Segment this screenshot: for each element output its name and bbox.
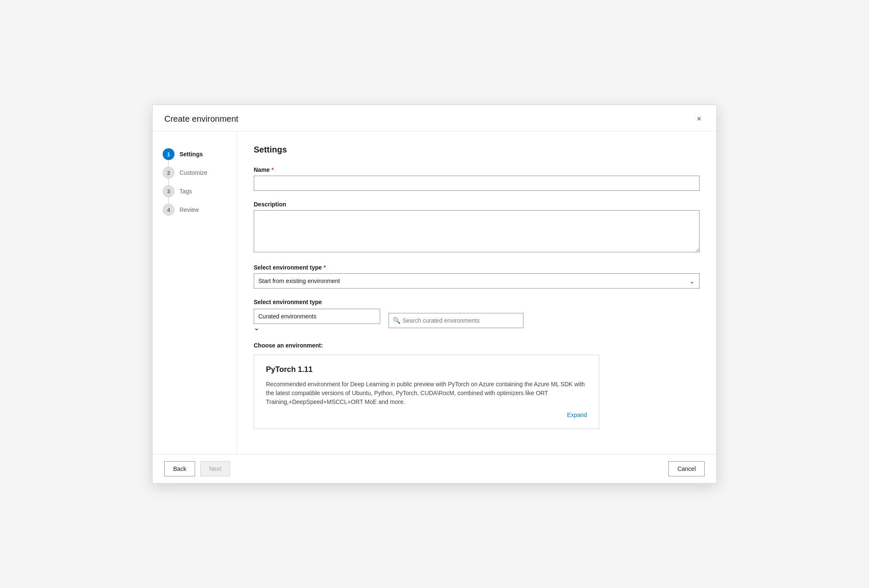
name-field-group: Name * — [254, 166, 700, 191]
create-environment-dialog: Create environment × 1 Settings 2 Custom… — [152, 104, 717, 484]
steps-panel: 1 Settings 2 Customize 3 Tags 4 — [153, 131, 237, 454]
curated-env-select[interactable]: Curated environments — [254, 309, 380, 324]
second-select-row: Curated environments ⌄ 🔍 — [254, 309, 700, 332]
name-label: Name * — [254, 166, 700, 173]
description-input[interactable] — [254, 210, 700, 252]
search-input[interactable] — [389, 313, 523, 328]
expand-link[interactable]: Expand — [266, 412, 587, 418]
name-required-star: * — [271, 166, 274, 173]
env-card-description: Recommended environment for Deep Learnin… — [266, 380, 587, 406]
curated-env-select-wrapper: Curated environments ⌄ — [254, 309, 380, 332]
description-label: Description — [254, 201, 700, 208]
choose-env-label: Choose an environment: — [254, 342, 700, 349]
second-env-type-section: Select environment type Curated environm… — [254, 299, 700, 332]
env-card-title: PyTorch 1.11 — [266, 365, 587, 374]
dialog-body: 1 Settings 2 Customize 3 Tags 4 — [153, 131, 716, 454]
step-circle-2: 2 — [163, 167, 174, 179]
back-button[interactable]: Back — [164, 461, 195, 476]
step-label-settings: Settings — [180, 151, 203, 158]
main-content: Settings Name * Description Select env — [237, 131, 716, 454]
name-input[interactable] — [254, 176, 700, 191]
env-type-required-star: * — [324, 264, 326, 271]
env-type-select-wrapper: Start from existing environment ⌄ — [254, 273, 700, 289]
close-button[interactable]: × — [693, 113, 705, 124]
step-settings[interactable]: 1 Settings — [163, 145, 226, 163]
step-circle-1: 1 — [163, 148, 174, 160]
env-type-field-group: Select environment type * Start from exi… — [254, 264, 700, 289]
description-field-group: Description — [254, 201, 700, 254]
next-button[interactable]: Next — [200, 461, 230, 476]
dialog-header: Create environment × — [153, 105, 716, 131]
step-label-review: Review — [180, 206, 199, 213]
step-review[interactable]: 4 Review — [163, 200, 226, 219]
step-label-customize: Customize — [180, 169, 207, 176]
step-circle-4: 4 — [163, 204, 174, 216]
dialog-title: Create environment — [164, 114, 239, 124]
curated-env-chevron-icon: ⌄ — [254, 324, 259, 331]
step-tags[interactable]: 3 Tags — [163, 182, 226, 200]
env-type-label: Select environment type * — [254, 264, 700, 271]
footer-left-buttons: Back Next — [164, 461, 230, 476]
choose-env-section: Choose an environment: PyTorch 1.11 Reco… — [254, 342, 700, 429]
step-label-tags: Tags — [180, 188, 192, 195]
env-type-select[interactable]: Start from existing environment — [254, 273, 700, 289]
section-title: Settings — [254, 145, 700, 155]
step-customize[interactable]: 2 Customize — [163, 163, 226, 182]
dialog-footer: Back Next Cancel — [153, 454, 716, 483]
env-card: PyTorch 1.11 Recommended environment for… — [254, 355, 599, 429]
step-circle-3: 3 — [163, 185, 174, 197]
search-box-wrapper: 🔍 — [389, 313, 523, 328]
second-env-type-label: Select environment type — [254, 299, 700, 305]
cancel-button[interactable]: Cancel — [668, 461, 705, 476]
